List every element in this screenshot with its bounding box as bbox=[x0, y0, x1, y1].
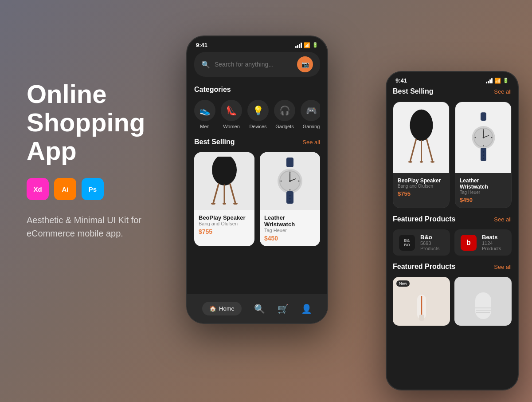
phone2-products-grid: BeoPlay Speaker Bang and Olufsen $755 bbox=[393, 102, 512, 208]
featured-bo[interactable]: B&BO B&o 5693 Products bbox=[393, 229, 450, 256]
search-icon: 🔍 bbox=[201, 60, 210, 69]
nav-home[interactable]: 🏠 Home bbox=[202, 302, 242, 315]
bo-info: B&o 5693 Products bbox=[420, 234, 444, 251]
svg-rect-7 bbox=[286, 158, 293, 167]
search-input[interactable] bbox=[215, 61, 293, 68]
svg-point-4 bbox=[211, 203, 215, 205]
phone2-watch-info: Leather Wristwatch Tag Heuer $450 bbox=[455, 173, 511, 208]
phone1-content: 🔍 📷 Categories 👟 Men 👠 Women bbox=[187, 52, 327, 246]
tool-badges: Xd Ai Ps bbox=[27, 178, 168, 200]
featured-see-all-1[interactable]: See all bbox=[494, 216, 512, 223]
watch-price: $450 bbox=[264, 235, 316, 242]
speaker-name: BeoPlay Speaker bbox=[199, 214, 250, 221]
svg-point-6 bbox=[223, 203, 226, 205]
phone2-see-all-1[interactable]: See all bbox=[494, 88, 512, 95]
svg-rect-47 bbox=[475, 292, 491, 319]
phone2-wifi-icon: 📶 bbox=[494, 78, 501, 84]
see-all-best-selling[interactable]: See all bbox=[302, 139, 320, 146]
beats-count: 1124 Products bbox=[482, 240, 505, 251]
svg-point-13 bbox=[289, 180, 291, 182]
phone2-status-bar: 9:41 📶 🔋 bbox=[387, 72, 518, 87]
category-gaming[interactable]: 🎮 Gaming bbox=[301, 100, 320, 129]
category-men[interactable]: 👟 Men bbox=[194, 100, 215, 129]
phone2-speaker-brand: Bang and Olufsen bbox=[398, 184, 445, 189]
watch-brand: Tag Heuer bbox=[264, 228, 316, 233]
men-label: Men bbox=[200, 124, 209, 129]
phone2-best-selling-header: Best Selling See all bbox=[393, 87, 512, 95]
main-title: Online Shopping App bbox=[27, 80, 168, 165]
svg-point-28 bbox=[419, 161, 422, 163]
watch-svg bbox=[274, 157, 305, 205]
svg-point-16 bbox=[281, 181, 282, 182]
svg-point-5 bbox=[233, 203, 238, 205]
speaker-svg bbox=[209, 157, 240, 205]
svg-point-21 bbox=[289, 201, 291, 203]
svg-line-24 bbox=[426, 140, 432, 161]
women-icon: 👠 bbox=[221, 100, 242, 121]
phone2-watch-name: Leather Wristwatch bbox=[460, 177, 507, 190]
product-card-watch[interactable]: Leather Wristwatch Tag Heuer $450 bbox=[260, 152, 320, 246]
speaker-brand: Bang and Olufsen bbox=[199, 221, 250, 226]
svg-rect-46 bbox=[419, 315, 424, 321]
search-bar[interactable]: 🔍 📷 bbox=[194, 52, 320, 77]
featured-title-2: Featured Products bbox=[393, 263, 455, 271]
nav-cart[interactable]: 🛒 bbox=[278, 303, 289, 314]
phone2-content: Best Selling See all bbox=[387, 87, 518, 326]
phone2-speaker-name: BeoPlay Speaker bbox=[398, 177, 445, 184]
bottom-product-1[interactable]: New bbox=[393, 277, 450, 326]
beats-logo: b bbox=[461, 235, 477, 251]
svg-rect-29 bbox=[481, 112, 486, 121]
bottom-product-2[interactable] bbox=[454, 277, 512, 326]
signal-icon bbox=[295, 43, 302, 48]
featured-see-all-2[interactable]: See all bbox=[494, 264, 512, 270]
phone2-watch-card[interactable]: Leather Wristwatch Tag Heuer $450 bbox=[455, 102, 512, 208]
cart-icon: 🛒 bbox=[278, 303, 289, 314]
gaming-label: Gaming bbox=[303, 124, 320, 129]
phone1: 9:41 📶 🔋 🔍 📷 bbox=[186, 35, 328, 324]
nav-profile[interactable]: 👤 bbox=[301, 303, 312, 314]
ps-badge: Ps bbox=[82, 178, 104, 200]
camera-button[interactable]: 📷 bbox=[297, 56, 313, 72]
featured-beats[interactable]: b Beats 1124 Products bbox=[454, 229, 512, 256]
category-gadgets[interactable]: 🎧 Gadgets bbox=[274, 100, 295, 129]
left-section: Online Shopping App Xd Ai Ps Aesthetic &… bbox=[27, 80, 168, 240]
earphone-svg bbox=[408, 292, 435, 323]
svg-line-23 bbox=[410, 140, 416, 161]
featured-title-1: Featured Products bbox=[393, 215, 455, 223]
svg-point-38 bbox=[474, 137, 476, 138]
nav-search[interactable]: 🔍 bbox=[254, 303, 265, 314]
phone2-speaker-info: BeoPlay Speaker Bang and Olufsen $755 bbox=[393, 173, 449, 201]
svg-line-1 bbox=[213, 184, 219, 203]
svg-point-43 bbox=[483, 158, 484, 159]
subtitle: Aesthetic & Minimal UI Kit for eCommerce… bbox=[27, 213, 168, 240]
svg-point-42 bbox=[483, 155, 484, 156]
gadgets-icon: 🎧 bbox=[274, 100, 295, 121]
cylinder-svg bbox=[470, 288, 497, 323]
phone1-status-bar: 9:41 📶 🔋 bbox=[187, 36, 327, 52]
home-icon: 🏠 bbox=[209, 305, 216, 312]
svg-point-17 bbox=[298, 181, 300, 182]
beats-info: Beats 1124 Products bbox=[482, 234, 505, 251]
svg-point-15 bbox=[289, 189, 291, 191]
phone2-speaker-card[interactable]: BeoPlay Speaker Bang and Olufsen $755 bbox=[393, 102, 450, 208]
phone1-status-icons: 📶 🔋 bbox=[295, 42, 318, 48]
phone2-speaker-svg bbox=[407, 109, 436, 166]
product-card-speaker[interactable]: BeoPlay Speaker Bang and Olufsen $755 bbox=[194, 152, 254, 246]
category-women[interactable]: 👠 Women bbox=[221, 100, 242, 129]
phone2-watch-svg bbox=[469, 109, 498, 166]
watch-name: Leather Wristwatch bbox=[264, 214, 316, 228]
phone2-watch-image bbox=[455, 102, 511, 173]
svg-point-27 bbox=[430, 161, 434, 163]
best-selling-title: Best Selling bbox=[194, 138, 235, 146]
phone2-container: 9:41 📶 🔋 Best Selling See all bbox=[386, 71, 519, 390]
devices-label: Devices bbox=[249, 124, 266, 129]
phone2-status-icons: 📶 🔋 bbox=[486, 78, 509, 84]
battery-icon: 🔋 bbox=[312, 42, 318, 48]
featured-header-1: Featured Products See all bbox=[393, 215, 512, 223]
wifi-icon: 📶 bbox=[304, 42, 310, 48]
category-devices[interactable]: 💡 Devices bbox=[247, 100, 269, 129]
speaker-image bbox=[194, 152, 254, 210]
phone2-battery-icon: 🔋 bbox=[503, 78, 509, 83]
profile-icon: 👤 bbox=[301, 303, 312, 314]
home-label: Home bbox=[219, 305, 235, 312]
